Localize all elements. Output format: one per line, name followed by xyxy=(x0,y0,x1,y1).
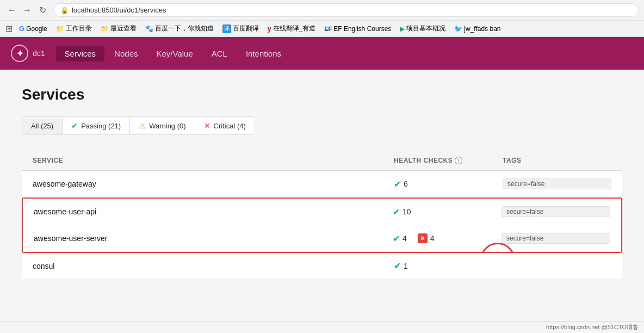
row-wrapper-consul: consul ✔ 1 xyxy=(22,253,622,279)
filter-warning[interactable]: ⚠ Warning (0) xyxy=(130,117,195,134)
bookmark-google[interactable]: G Google xyxy=(17,23,49,34)
row-wrapper-gateway: awesome-gateway ✔ 6 secure=false xyxy=(22,171,622,198)
consul-logo: ✦ dc1 xyxy=(11,45,45,62)
folder-icon: 📁 xyxy=(56,25,64,33)
table-row[interactable]: awesome-user-api ✔ 10 secure=false xyxy=(23,199,621,225)
passing-count: ✔ 4 xyxy=(393,233,407,244)
address-bar: ← → ↻ 🔒 localhost:8500/ui/dc1/services xyxy=(0,0,644,20)
failing-count: ✕ 4 xyxy=(418,233,435,243)
google-icon: G xyxy=(19,24,24,33)
play-icon: ▶ xyxy=(400,25,405,33)
tag-badge: secure=false xyxy=(501,233,610,244)
back-button[interactable]: ← xyxy=(5,4,18,17)
check-fail-icon: ✕ xyxy=(418,233,428,243)
nav-nodes[interactable]: Nodes xyxy=(106,46,146,61)
table-header: Service Health Checks i Tags xyxy=(22,151,622,171)
health-cell: ✔ 1 xyxy=(394,261,503,271)
table-row[interactable]: consul ✔ 1 xyxy=(22,253,622,279)
table-row[interactable]: awesome-gateway ✔ 6 secure=false xyxy=(22,171,622,198)
health-info-icon[interactable]: i xyxy=(455,157,462,164)
col-tags: Tags xyxy=(503,157,611,164)
nav-keyvalue[interactable]: Key/Value xyxy=(147,46,201,61)
bookmark-ef[interactable]: EF EF English Courses xyxy=(322,24,393,34)
browser-chrome: ← → ↻ 🔒 localhost:8500/ui/dc1/services ⊞… xyxy=(0,0,644,37)
baidu-icon: 🐾 xyxy=(145,25,153,33)
bookmark-project[interactable]: ▶ 项目基本概况 xyxy=(398,23,448,34)
health-cell: ✔ 10 xyxy=(393,207,501,217)
bookmark-jw[interactable]: 🐦 jw_ffads ban xyxy=(452,24,503,34)
highlighted-section: awesome-user-api ✔ 10 secure=false aweso… xyxy=(22,198,622,253)
bookmark-recent[interactable]: 📁 最近查看 xyxy=(98,23,139,34)
bookmark-baidu[interactable]: 🐾 百度一下，你就知道 xyxy=(143,23,216,34)
forward-button[interactable]: → xyxy=(21,4,34,17)
nav-links: Services Nodes Key/Value ACL Intentions xyxy=(56,46,290,61)
filter-passing-label: Passing (21) xyxy=(81,122,121,130)
folder-icon-2: 📁 xyxy=(101,25,109,33)
check-pass-icon: ✔ xyxy=(393,207,400,217)
bookmark-work[interactable]: 📁 工作目录 xyxy=(54,23,94,34)
passing-count: ✔ 1 xyxy=(394,261,408,271)
filter-warning-label: Warning (0) xyxy=(149,122,185,130)
filter-critical-label: Critical (4) xyxy=(214,122,246,130)
ef-icon: EF xyxy=(324,26,332,32)
bookmark-translate[interactable]: 译 百度翻译 xyxy=(220,23,261,34)
table-row[interactable]: awesome-user-server ✔ 4 ✕ 4 secure=false xyxy=(23,225,621,252)
filter-all-label: All (25) xyxy=(31,122,53,130)
filter-critical[interactable]: ✕ Critical (4) xyxy=(195,117,255,134)
browser-nav-buttons: ← → ↻ xyxy=(5,4,49,17)
check-pass-icon: ✔ xyxy=(394,179,401,189)
consul-logo-icon: ✦ xyxy=(11,45,28,62)
url-bar[interactable]: 🔒 localhost:8500/ui/dc1/services xyxy=(53,3,639,17)
nav-acl[interactable]: ACL xyxy=(203,46,236,61)
passing-icon: ✔ xyxy=(71,121,78,130)
col-health: Health Checks i xyxy=(394,157,503,164)
passing-count: ✔ 6 xyxy=(394,179,408,189)
nav-intentions[interactable]: Intentions xyxy=(237,46,290,61)
health-cell: ✔ 6 xyxy=(394,179,503,189)
translate-icon: 译 xyxy=(222,24,231,33)
passing-count: ✔ 10 xyxy=(393,207,411,217)
service-name: awesome-user-api xyxy=(34,207,393,216)
lock-icon: 🔒 xyxy=(60,7,69,14)
consul-navigation: ✦ dc1 Services Nodes Key/Value ACL Inten… xyxy=(0,37,644,70)
service-name: awesome-gateway xyxy=(33,180,394,188)
bookmark-youdao[interactable]: y 在线翻译_有道 xyxy=(265,23,318,34)
filter-all[interactable]: All (25) xyxy=(22,118,63,134)
twitter-icon: 🐦 xyxy=(454,25,462,33)
youdao-icon: y xyxy=(268,25,271,33)
warning-icon: ⚠ xyxy=(139,121,146,130)
tag-badge: secure=false xyxy=(501,206,610,217)
filter-tabs: All (25) ✔ Passing (21) ⚠ Warning (0) ✕ … xyxy=(22,116,255,135)
apps-icon[interactable]: ⊞ xyxy=(5,23,13,34)
check-pass-icon: ✔ xyxy=(394,261,401,271)
main-content: Services All (25) ✔ Passing (21) ⚠ Warni… xyxy=(0,70,644,295)
col-service: Service xyxy=(33,157,394,164)
check-pass-icon: ✔ xyxy=(393,233,400,244)
datacenter-label: dc1 xyxy=(33,49,45,58)
service-name: consul xyxy=(33,262,394,270)
reload-button[interactable]: ↻ xyxy=(36,4,49,17)
health-cell: ✔ 4 ✕ 4 xyxy=(393,233,501,244)
page-title: Services xyxy=(22,86,622,103)
url-text: localhost:8500/ui/dc1/services xyxy=(72,6,166,14)
tag-badge: secure=false xyxy=(503,178,611,189)
service-name: awesome-user-server xyxy=(34,234,393,243)
logo-letter: ✦ xyxy=(16,48,23,59)
critical-icon: ✕ xyxy=(204,121,210,130)
nav-services[interactable]: Services xyxy=(56,46,105,61)
bookmarks-bar: ⊞ G Google 📁 工作目录 📁 最近查看 🐾 百度一下，你就知道 译 百… xyxy=(0,20,644,36)
filter-passing[interactable]: ✔ Passing (21) xyxy=(63,117,130,134)
